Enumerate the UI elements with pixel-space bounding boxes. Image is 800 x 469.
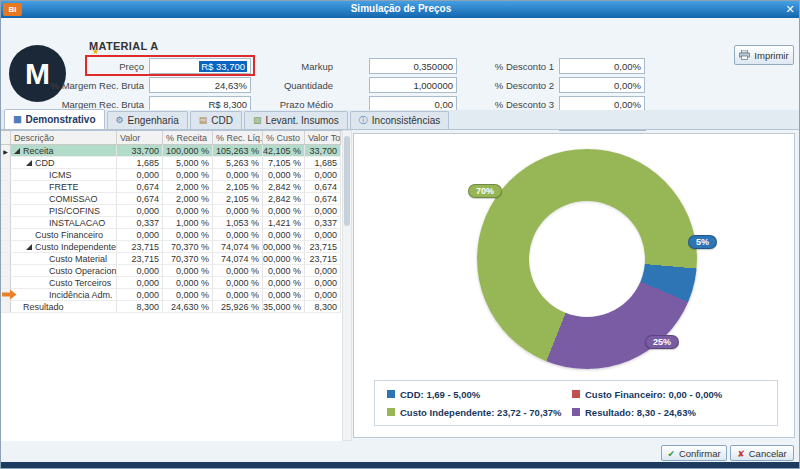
printer-icon bbox=[739, 50, 750, 60]
table-row-receita[interactable]: Receita 33,700 100,000 % 105,263 % 142,1… bbox=[1, 145, 342, 157]
col-valor[interactable]: Valor bbox=[117, 131, 163, 145]
preco-input[interactable]: R$ 33,700 bbox=[149, 58, 251, 74]
legend-swatch-resultado bbox=[572, 408, 580, 416]
callout-custo-independente: 70% bbox=[468, 184, 502, 198]
callout-resultado: 25% bbox=[645, 335, 679, 349]
desconto1-input[interactable]: 0,00% bbox=[559, 58, 645, 74]
gear-icon bbox=[116, 116, 124, 125]
cancel-button[interactable]: Cancelar bbox=[730, 445, 794, 461]
table-header-row: Descrição Valor % Receita % Rec. Líq... … bbox=[1, 131, 342, 145]
calculator-icon bbox=[199, 116, 208, 125]
table-row-icms[interactable]: ICMS 0,000 0,000 % 0,000 % 0,000 % 0,000 bbox=[1, 169, 342, 181]
legend-swatch-cdd bbox=[387, 390, 395, 398]
check-icon bbox=[667, 448, 675, 459]
expander-icon[interactable] bbox=[26, 160, 32, 166]
tab-demonstrativo[interactable]: Demonstrativo bbox=[4, 109, 105, 129]
desconto2-input[interactable]: 0,00% bbox=[559, 77, 645, 93]
desconto3-label: % Desconto 3 bbox=[456, 99, 554, 110]
scrollbar-thumb[interactable] bbox=[344, 136, 350, 226]
tab-inconsistencias[interactable]: Inconsistências bbox=[350, 111, 449, 129]
simulacao-precos-dialog: BI Simulação de Preços ✕ M MATERIAL A Pr… bbox=[0, 0, 800, 469]
legend-item-custo-independente: Custo Independente: 23,72 - 70,37% bbox=[387, 407, 572, 418]
table-row-custo-financeiro[interactable]: Custo Financeiro 0,000 0,000 % 0,000 % 0… bbox=[1, 229, 342, 241]
table-row-comissao[interactable]: COMISSAO 0,674 2,000 % 2,105 % 2,842 % 0… bbox=[1, 193, 342, 205]
material-avatar: M bbox=[9, 45, 66, 102]
col-receita[interactable]: % Receita bbox=[163, 131, 213, 145]
table-row-incidencia-adm[interactable]: Incidência Adm. 0,000 0,000 % 0,000 % 0,… bbox=[1, 289, 342, 301]
taskbar-strip bbox=[1, 462, 800, 469]
col-custo[interactable]: % Custo bbox=[263, 131, 305, 145]
prazo-medio-label: Prazo Médio bbox=[241, 99, 333, 110]
table-row-instalacao[interactable]: INSTALACAO 0,337 1,000 % 1,053 % 1,421 %… bbox=[1, 217, 342, 229]
info-icon bbox=[359, 116, 368, 125]
table-row-custo-terceiros[interactable]: Custo Terceiros 0,000 0,000 % 0,000 % 0,… bbox=[1, 277, 342, 289]
window-title: Simulação de Preços bbox=[1, 3, 800, 14]
grid-icon bbox=[13, 115, 22, 124]
table-row-custo-independente[interactable]: Custo Independente 23,715 70,370 % 74,07… bbox=[1, 241, 342, 253]
close-icon[interactable]: ✕ bbox=[782, 2, 798, 16]
indicator-column-header bbox=[1, 131, 11, 145]
tab-engenharia[interactable]: Engenharia bbox=[107, 111, 188, 129]
tab-cdd[interactable]: CDD bbox=[190, 111, 242, 129]
legend-swatch-custo-financeiro bbox=[572, 390, 580, 398]
table-row-cdd[interactable]: CDD 1,685 5,000 % 5,263 % 7,105 % 1,685 bbox=[1, 157, 342, 169]
table-row-resultado[interactable]: Resultado 8,300 24,630 % 25,926 % 35,000… bbox=[1, 301, 342, 313]
table-row-custo-material[interactable]: Custo Material 23,715 70,370 % 74,074 % … bbox=[1, 253, 342, 265]
expander-icon[interactable] bbox=[14, 148, 20, 154]
col-rec-liq[interactable]: % Rec. Líq... bbox=[213, 131, 263, 145]
print-label: Imprimir bbox=[754, 50, 788, 61]
expander-icon[interactable] bbox=[26, 244, 32, 250]
margem-bruta-pct-label: % Margem Rec. Bruta bbox=[21, 80, 144, 91]
col-descricao[interactable]: Descrição bbox=[11, 131, 117, 145]
title-bar: BI Simulação de Preços ✕ bbox=[1, 1, 800, 18]
legend-item-custo-financeiro: Custo Financeiro: 0,00 - 0,00% bbox=[572, 389, 765, 400]
col-valor-total[interactable]: Valor Total bbox=[305, 131, 341, 145]
chart-panel: 70% 5% 25% CDD: 1,69 - 5,00% Custo Finan… bbox=[353, 133, 795, 438]
markup-input[interactable]: 0,350000 bbox=[369, 58, 457, 74]
margem-bruta-pct-input[interactable]: 24,63% bbox=[149, 77, 251, 93]
current-row-arrow-icon bbox=[3, 146, 8, 156]
legend-item-cdd: CDD: 1,69 - 5,00% bbox=[387, 389, 572, 400]
demonstrativo-table: Descrição Valor % Receita % Rec. Líq... … bbox=[1, 130, 342, 441]
material-title: MATERIAL A bbox=[89, 40, 158, 52]
desconto2-label: % Desconto 2 bbox=[456, 80, 554, 91]
tab-levant-insumos[interactable]: Levant. Insumos bbox=[244, 111, 348, 129]
box-icon bbox=[253, 116, 262, 125]
header-panel: M MATERIAL A Preço R$ 33,700 % Margem Re… bbox=[1, 18, 800, 110]
legend-swatch-custo-independente bbox=[387, 408, 395, 416]
table-scrollbar[interactable] bbox=[342, 130, 352, 441]
table-row-pis-cofins[interactable]: PIS/COFINS 0,000 0,000 % 0,000 % 0,000 %… bbox=[1, 205, 342, 217]
callout-cdd: 5% bbox=[688, 235, 717, 249]
confirm-button[interactable]: Confirmar bbox=[661, 445, 727, 461]
required-marker-icon bbox=[92, 47, 99, 56]
chart-legend: CDD: 1,69 - 5,00% Custo Financeiro: 0,00… bbox=[374, 380, 778, 426]
cross-icon bbox=[737, 448, 745, 459]
preco-label: Preço bbox=[21, 61, 144, 72]
print-button[interactable]: Imprimir bbox=[734, 45, 794, 65]
markup-label: Markup bbox=[241, 61, 333, 72]
table-row-frete[interactable]: FRETE 0,674 2,000 % 2,105 % 2,842 % 0,67… bbox=[1, 181, 342, 193]
quantidade-input[interactable]: 1,000000 bbox=[369, 77, 457, 93]
legend-item-resultado: Resultado: 8,30 - 24,63% bbox=[572, 407, 765, 418]
desconto1-label: % Desconto 1 bbox=[456, 61, 554, 72]
table-row-custo-operacional[interactable]: Custo Operacional 0,000 0,000 % 0,000 % … bbox=[1, 265, 342, 277]
quantidade-label: Quantidade bbox=[241, 80, 333, 91]
tab-strip: Demonstrativo Engenharia CDD Levant. Ins… bbox=[1, 110, 800, 130]
